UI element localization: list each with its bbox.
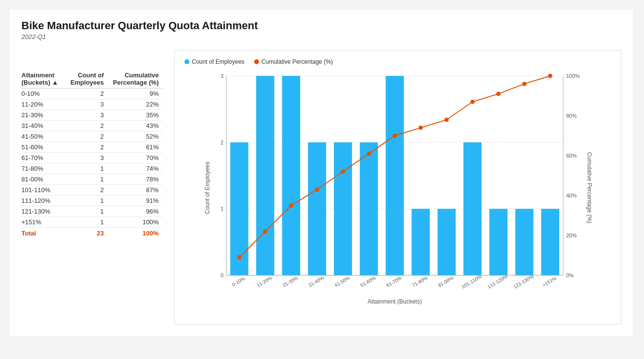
legend-blue-label: Count of Employees (192, 58, 244, 65)
svg-text:21-30%: 21-30% (282, 275, 299, 288)
svg-text:0: 0 (221, 272, 223, 278)
svg-text:61-70%: 61-70% (386, 275, 403, 288)
svg-text:51-60%: 51-60% (359, 275, 376, 288)
table-row: 31-40% 2 43% (21, 121, 163, 131)
legend-orange-dot (254, 59, 259, 64)
cum-dot-0 (238, 255, 241, 259)
page-title: Bike Manufacturer Quarterly Quota Attain… (21, 19, 621, 32)
cell-cumulative: 9% (108, 89, 163, 99)
cell-count: 1 (67, 217, 108, 228)
col-header-count: Count ofEmployees (67, 70, 108, 89)
bar-7 (412, 209, 430, 275)
cell-count: 3 (67, 153, 108, 163)
legend-orange: Cumulative Percentage (%) (254, 58, 333, 65)
table-row: +151% 1 100% (21, 217, 163, 228)
svg-text:100%: 100% (566, 73, 580, 79)
cell-cumulative: 78% (108, 174, 163, 185)
cell-bucket: 101-110% (21, 185, 67, 196)
table-row: 121-130% 1 96% (21, 206, 163, 217)
chart-wrapper: 01230%20%40%60%80%100%0-10%11-20%21-30%3… (184, 71, 611, 305)
bar-6 (386, 76, 404, 275)
content-area: Attainment(Buckets) ▲ Count ofEmployees … (21, 50, 621, 324)
cell-cumulative: 91% (108, 196, 163, 206)
cell-bucket: 61-70% (21, 153, 67, 163)
svg-text:40%: 40% (566, 193, 577, 198)
cum-dot-1 (263, 230, 267, 233)
bar-4 (334, 143, 352, 275)
page-subtitle: 2022-Q1 (21, 33, 621, 40)
cell-count: 3 (67, 110, 108, 121)
data-table: Attainment(Buckets) ▲ Count ofEmployees … (21, 70, 163, 239)
cum-dot-6 (393, 134, 397, 138)
cell-cumulative: 70% (108, 153, 163, 163)
svg-text:41-50%: 41-50% (333, 275, 350, 288)
cell-cumulative: 96% (108, 206, 163, 217)
table-row: 111-120% 1 91% (21, 196, 163, 206)
cell-cumulative: 74% (108, 163, 163, 174)
cell-bucket: 51-60% (21, 142, 67, 153)
y-left-label: Count of Employees (204, 162, 211, 214)
cum-dot-2 (289, 204, 293, 208)
cell-bucket: 121-130% (21, 206, 67, 217)
cell-cumulative: 52% (108, 131, 163, 142)
cell-count: 2 (67, 185, 108, 196)
cell-cumulative: 35% (108, 110, 163, 121)
y-right-label: Cumulative Percentage (%) (586, 152, 593, 224)
total-label: Total (21, 228, 67, 239)
table-row: 11-20% 3 22% (21, 99, 163, 110)
bar-10 (489, 209, 507, 275)
chart-container: Count of Employees Cumulative Percentage… (174, 50, 621, 324)
cum-dot-4 (341, 170, 345, 174)
table-row: 61-70% 3 70% (21, 153, 163, 163)
svg-text:2: 2 (221, 140, 223, 145)
bar-3 (308, 143, 326, 275)
cum-dot-7 (419, 126, 423, 130)
cum-dot-9 (471, 100, 475, 104)
cell-cumulative: 87% (108, 185, 163, 196)
cell-count: 2 (67, 142, 108, 153)
cell-count: 2 (67, 121, 108, 131)
svg-text:20%: 20% (566, 233, 577, 238)
cum-dot-8 (444, 118, 448, 122)
cell-bucket: 81-00% (21, 174, 67, 185)
svg-text:81-00%: 81-00% (437, 275, 454, 288)
col-header-bucket: Attainment(Buckets) ▲ (21, 70, 67, 89)
total-count: 23 (67, 228, 108, 239)
bar-1 (256, 76, 274, 275)
cum-dot-3 (315, 188, 319, 192)
svg-text:1: 1 (221, 206, 223, 212)
cell-count: 3 (67, 99, 108, 110)
page-container: Bike Manufacturer Quarterly Quota Attain… (10, 10, 633, 336)
table-row: 41-50% 2 52% (21, 131, 163, 142)
legend-orange-label: Cumulative Percentage (%) (261, 58, 333, 65)
svg-text:3: 3 (221, 73, 223, 79)
cell-cumulative: 22% (108, 99, 163, 110)
cell-cumulative: 61% (108, 142, 163, 153)
cell-bucket: 41-50% (21, 131, 67, 142)
table-row: 21-30% 3 35% (21, 110, 163, 121)
cell-bucket: 71-80% (21, 163, 67, 174)
bar-12 (541, 209, 559, 275)
cum-dot-10 (497, 92, 500, 96)
svg-text:0%: 0% (566, 272, 574, 278)
cell-bucket: 0-10% (21, 89, 67, 99)
svg-text:11-20%: 11-20% (256, 275, 273, 288)
data-table-container: Attainment(Buckets) ▲ Count ofEmployees … (21, 70, 163, 239)
cell-bucket: +151% (21, 217, 67, 228)
total-cumulative: 100% (108, 228, 163, 239)
cell-bucket: 11-20% (21, 99, 67, 110)
cell-count: 1 (67, 174, 108, 185)
cell-bucket: 111-120% (21, 196, 67, 206)
cell-count: 2 (67, 89, 108, 99)
legend-blue-dot (184, 59, 189, 64)
cell-count: 1 (67, 206, 108, 217)
svg-text:121-130%: 121-130% (513, 274, 534, 289)
cell-count: 2 (67, 131, 108, 142)
cum-dot-11 (522, 82, 526, 86)
cell-bucket: 31-40% (21, 121, 67, 131)
svg-text:111-120%: 111-120% (487, 274, 509, 289)
table-row: 0-10% 2 9% (21, 89, 163, 99)
bar-9 (463, 143, 481, 275)
table-row: 51-60% 2 61% (21, 142, 163, 153)
svg-text:31-40%: 31-40% (308, 275, 325, 288)
